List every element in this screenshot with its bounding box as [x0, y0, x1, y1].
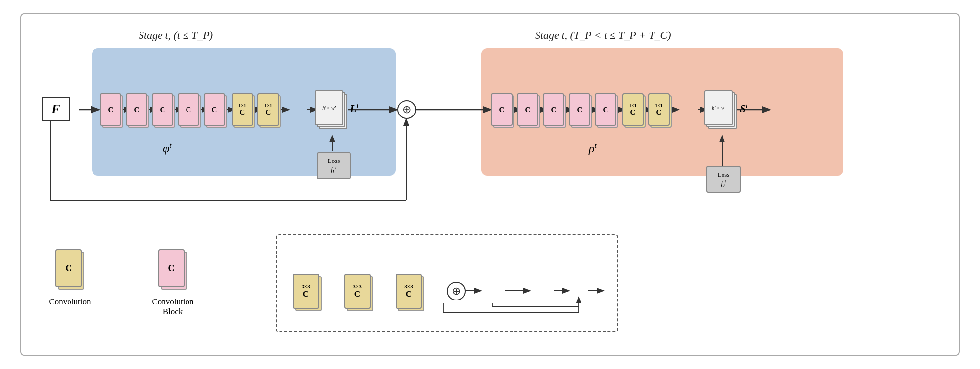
rho-label: ρt: [589, 141, 597, 155]
legend-circle-plus: ⊕: [447, 282, 466, 300]
stage-right-label: Stage t, (T_P < t ≤ T_P + T_C): [535, 29, 671, 42]
legend-conv-label: Convolution: [48, 297, 92, 307]
diagram-container: Stage t, (t ≤ T_P) Stage t, (T_P < t ≤ T…: [20, 13, 960, 356]
loss-box-left: Loss fLt: [317, 152, 351, 179]
f-box: F: [42, 97, 70, 121]
s-label: St: [740, 102, 747, 115]
phi-label: φt: [163, 141, 171, 155]
legend-block-label: ConvolutionBlock: [146, 297, 200, 317]
dashed-legend-box: [276, 234, 618, 332]
stage-left-label: Stage t, (t ≤ T_P): [139, 29, 213, 42]
circle-plus: ⊕: [397, 100, 416, 119]
l-label: Lt: [350, 102, 358, 115]
loss-box-right: Loss fSt: [706, 166, 741, 193]
